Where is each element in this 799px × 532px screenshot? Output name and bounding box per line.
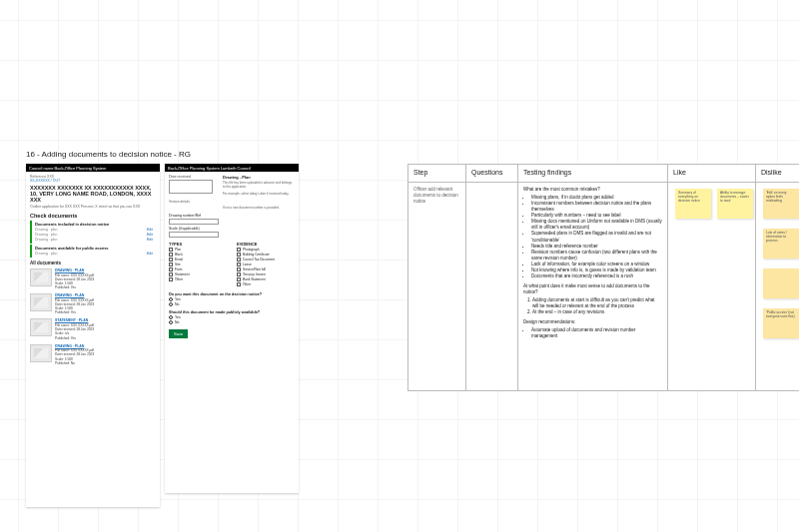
sticky-note[interactable]: Summary of everything on decision notice xyxy=(675,189,711,219)
finding-item: Lack of information, for example color s… xyxy=(531,262,662,267)
checkbox-icon xyxy=(169,272,173,276)
document-meta: File name: XXX XXXXX.pdfDate received: 2… xyxy=(55,348,156,365)
checkbox-option[interactable]: Lease xyxy=(237,263,295,266)
checkbox-icon xyxy=(169,267,173,271)
application-summary: Outline application for XXX XXX Precinct… xyxy=(30,205,156,209)
checkbox-icon xyxy=(237,277,241,281)
research-table: StepQuestionsTesting findingsLikeDislike… xyxy=(407,164,799,391)
evidence-heading: EVIDENCE xyxy=(237,242,295,247)
sticky-note[interactable]: Lots of notes / information to process xyxy=(763,229,799,259)
date-input[interactable] xyxy=(169,180,213,194)
checkbox-option[interactable]: Other xyxy=(169,277,227,281)
screenshot-edit-document: Back-Office Planning System Lambeth Coun… xyxy=(165,164,299,493)
included-docs-block: Documents included in decision notice Dr… xyxy=(30,221,156,244)
public-question: Should this document be made publicly av… xyxy=(169,310,295,314)
checkbox-option[interactable]: Tenancy Invoice xyxy=(237,272,295,276)
checkbox-option[interactable]: Email xyxy=(169,258,227,262)
finding-item: Missing docs mentioned on Uniform not av… xyxy=(531,219,662,231)
checkbox-icon xyxy=(169,248,173,252)
check-documents-heading: Check documents xyxy=(30,213,156,219)
cell-findings: What are the most common mistakes? Missi… xyxy=(518,183,668,391)
document-thumbnail-icon xyxy=(30,318,52,336)
cell-like: Summary of everything on decision notice… xyxy=(668,183,756,391)
checkbox-option[interactable]: Statement xyxy=(169,272,227,276)
document-meta: File name: XXX XXXXX.pdfDate received: 2… xyxy=(55,323,156,340)
document-thumbnail-icon xyxy=(30,344,52,362)
finding-item: Inconsistent numbers between decision no… xyxy=(531,201,662,213)
research-table-frame: StepQuestionsTesting findingsLikeDislike… xyxy=(407,164,799,507)
public-access-block: Documents available for public access Dr… xyxy=(30,245,156,258)
checkbox-option[interactable]: Council Tax Document xyxy=(237,258,295,262)
document-card[interactable]: DRAWING · PLANFile name: XXX XXXXX.pdfDa… xyxy=(30,266,156,291)
cell-dislike: 'Edit' on every option feels misleadingL… xyxy=(756,183,800,391)
checkbox-option[interactable]: Form xyxy=(169,267,227,271)
finding-item: Revision numbers cause confusion (two di… xyxy=(531,250,662,262)
finding-item: Documents that are incorrectly reference… xyxy=(531,273,662,279)
checkbox-icon xyxy=(169,277,173,281)
version-details-label: Version details xyxy=(169,200,217,204)
evidence-column: EVIDENCE PhotographBuilding CertificateC… xyxy=(237,242,295,287)
public-access-title: Documents available for public access xyxy=(35,246,153,251)
decision-notice-question: Do you want this document on the decisio… xyxy=(169,292,295,296)
app-topbar: Back-Office Planning System Lambeth Coun… xyxy=(165,164,299,172)
frame-title: 16 - Adding documents to decision notice… xyxy=(26,150,191,159)
checkbox-icon xyxy=(237,253,241,257)
document-meta: File name: XXX XXXXX.pdfDate received: 2… xyxy=(55,298,156,315)
checkbox-option[interactable]: Service/Rent bill xyxy=(237,267,295,271)
document-card[interactable]: DRAWING · PLANFile name: XXX XXXXX.pdfDa… xyxy=(30,291,156,316)
column-header: Questions xyxy=(466,165,518,183)
checkbox-option[interactable]: Site xyxy=(169,263,227,266)
public-no[interactable]: No xyxy=(169,320,295,324)
drawing-number-input[interactable] xyxy=(169,219,219,225)
document-card[interactable]: STATEMENT · PLANFile name: XXX XXXXX.pdf… xyxy=(30,316,156,341)
public-yes[interactable]: Yes xyxy=(169,315,295,319)
checkbox-option[interactable]: Bank Statement xyxy=(237,277,295,281)
edit-caption: This file has been uploaded in advance a… xyxy=(223,181,295,189)
decision-notice-no[interactable]: No xyxy=(169,302,295,306)
scale-label: Scale (if applicable) xyxy=(169,227,295,231)
save-button[interactable]: Save xyxy=(169,329,188,338)
document-thumbnail-icon xyxy=(30,293,52,311)
screenshot-check-documents: Council name Back-Office Planning System… xyxy=(26,164,160,507)
sticky-note[interactable]: Ability to manage documents – easier to … xyxy=(717,189,753,219)
app-topbar: Council name Back-Office Planning System xyxy=(26,164,160,172)
all-documents-heading: All documents xyxy=(30,261,156,266)
checkbox-icon xyxy=(237,248,241,252)
checkbox-option[interactable]: Other xyxy=(237,282,295,286)
types-heading: TYPES xyxy=(169,242,227,247)
checkbox-option[interactable]: Building Certificate xyxy=(237,253,295,257)
sticky-note[interactable]: 'Edit' on every option feels misleading xyxy=(763,189,799,219)
drawing-number-label: Drawing number/Ref xyxy=(169,214,295,218)
research-header-row: StepQuestionsTesting findingsLikeDislike… xyxy=(408,165,800,183)
checkbox-icon xyxy=(237,282,241,286)
recommendation-item: Automate upload of documents and revisio… xyxy=(531,327,662,339)
column-header: Like xyxy=(668,165,756,183)
version-helper: If not a new document number is provided… xyxy=(223,206,295,210)
document-meta: File name: XXX XXXXX.pdfDate received: 2… xyxy=(55,273,156,290)
checkbox-option[interactable]: Block xyxy=(169,253,227,257)
checkbox-icon xyxy=(169,263,173,266)
document-thumbnail-icon xyxy=(30,268,52,286)
finding-item: Superseded plans in DMS are flagged as i… xyxy=(531,231,662,243)
sticky-note[interactable] xyxy=(763,268,799,298)
document-card[interactable]: DRAWING · PLANFile name: XXX XXXXX.pdfDa… xyxy=(30,342,156,367)
checkbox-option[interactable]: Photograph xyxy=(237,248,295,252)
decision-notice-yes[interactable]: Yes xyxy=(169,297,295,301)
research-row: Officer add relevant documents to decisi… xyxy=(408,183,800,391)
checkbox-icon xyxy=(237,263,241,266)
finding-item: Adding documents at start is difficult a… xyxy=(532,297,662,309)
finding-item: Not knowing where info is, is guess is m… xyxy=(531,267,662,273)
date-helper: For example, select today's date if rece… xyxy=(223,192,295,196)
checkbox-icon xyxy=(237,258,241,262)
checkbox-icon xyxy=(169,253,173,257)
scale-input[interactable] xyxy=(169,232,219,238)
checkbox-icon xyxy=(237,267,241,271)
cell-step: Officer add relevant documents to decisi… xyxy=(408,183,466,391)
sticky-note[interactable]: 'Public access' (not everyone uses this) xyxy=(763,308,799,338)
included-docs-title: Documents included in decision notice xyxy=(35,222,153,227)
types-column: TYPES PlanBlockEmailSiteFormStatementOth… xyxy=(169,242,227,287)
application-address: XXXXXXX XXXXXXX XX XXXXXXXXXXX XXXX, 10,… xyxy=(30,185,156,203)
cell-questions xyxy=(466,183,518,391)
edit-header: Drawing - Plan xyxy=(223,175,295,180)
checkbox-option[interactable]: Plan xyxy=(169,248,227,252)
